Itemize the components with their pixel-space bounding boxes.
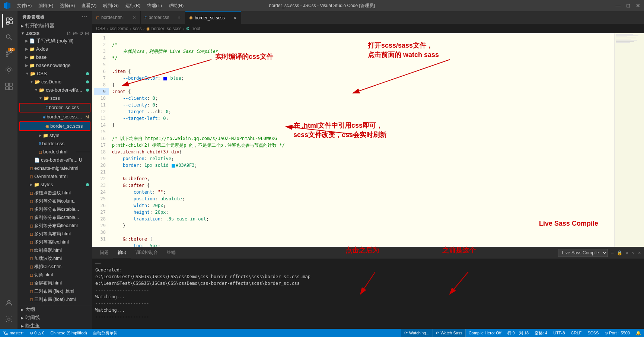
tree-item[interactable]: ▶ 📁 base xyxy=(18,53,92,61)
panel-close-icon[interactable]: × xyxy=(638,250,641,256)
panel-tab-terminal[interactable]: 终端 xyxy=(162,247,180,258)
status-errors[interactable]: ⊘ 0 △ 0 xyxy=(27,329,47,337)
fossil-section[interactable]: ▶ 隐生鱼 xyxy=(18,322,92,329)
sidebar-more-icon[interactable]: ··· xyxy=(82,13,87,20)
panel-tab-debug[interactable]: 调试控制台 xyxy=(131,247,162,258)
window-minimize[interactable]: — xyxy=(616,3,621,9)
tree-item[interactable]: ◻ 绘制梯形.html xyxy=(18,246,92,254)
activity-accounts[interactable] xyxy=(2,296,16,309)
tree-item[interactable]: ◻ 三列布局 (flex) .html xyxy=(18,287,92,295)
svg-point-6 xyxy=(6,51,8,53)
tree-item[interactable]: ◻ 多列等分布局cstable... xyxy=(18,205,92,213)
activity-extensions[interactable] xyxy=(2,80,16,93)
tree-item[interactable]: ◻ 多列等分布局cstable... xyxy=(18,213,92,222)
outline-section[interactable]: ▶ 大纲 xyxy=(18,305,92,314)
panel-tab-output[interactable]: 输出 xyxy=(113,247,131,258)
window-maximize[interactable]: □ xyxy=(627,3,630,9)
tab-border-css[interactable]: # border.css × xyxy=(141,11,185,24)
menu-bar: 文件(F) 编辑(E) 选择(S) 查看(V) 转到(G) 运行(R) 终端(T… xyxy=(15,2,186,10)
refresh-icon[interactable]: ↺ xyxy=(79,31,83,36)
activity-bar: 10 xyxy=(0,11,18,329)
tree-item[interactable]: ◻ OAmimate.html xyxy=(18,172,92,181)
menu-file[interactable]: 文件(F) xyxy=(15,2,34,10)
tab-close-scss[interactable]: × xyxy=(233,15,237,21)
panel-down-icon[interactable]: ∨ xyxy=(632,250,635,255)
status-language-mode[interactable]: SCSS xyxy=(584,329,602,337)
tree-item[interactable]: # border_sc.css.... M xyxy=(18,113,92,121)
live-sass-compile-area: Live Sass Compile xyxy=(558,249,608,257)
tree-item[interactable]: ▼ 📂 cssDemo xyxy=(18,78,92,86)
menu-select[interactable]: 选择(S) xyxy=(58,2,77,10)
window-close[interactable]: ✕ xyxy=(636,3,640,9)
status-spaces[interactable]: 空格: 4 xyxy=(532,329,550,337)
status-bell[interactable]: 🔔 xyxy=(633,329,644,337)
tree-item[interactable]: ▶ 📁 styles xyxy=(18,181,92,189)
tree-item[interactable]: ▶ 📁 Axios xyxy=(18,45,92,53)
status-language-select[interactable]: Chinese (Simplified) xyxy=(47,331,90,335)
svg-point-9 xyxy=(7,69,10,71)
tree-item[interactable]: ◻ 按钮点击波纹.html xyxy=(18,189,92,197)
tree-item[interactable]: ▶ 📁 style xyxy=(18,131,92,140)
svg-rect-10 xyxy=(6,83,9,86)
tree-item[interactable]: ▶ 📄 手写代码 (polyfill) xyxy=(18,37,92,45)
new-folder-icon[interactable]: 🗁 xyxy=(73,31,78,36)
activity-source-control[interactable]: 10 xyxy=(2,47,16,60)
collapse-icon[interactable]: ⊟ xyxy=(85,31,89,36)
activity-settings[interactable] xyxy=(2,312,16,326)
status-encoding[interactable]: UTF-8 xyxy=(550,329,568,337)
panel-up-icon[interactable]: ∧ xyxy=(625,250,629,255)
tree-item-border-sc-scss[interactable]: ◉ border_sc.scss xyxy=(19,121,90,131)
status-watch-sass[interactable]: ⟳ Watch Sass xyxy=(433,329,466,337)
tab-border-html[interactable]: ◻ border.html × xyxy=(92,11,141,24)
tree-item[interactable]: ◻ 切角.html xyxy=(18,271,92,279)
svg-point-8 xyxy=(6,55,8,57)
live-sass-compile-dropdown[interactable]: Live Sass Compile xyxy=(558,249,608,257)
menu-goto[interactable]: 转到(G) xyxy=(101,2,121,10)
status-compile-hero[interactable]: Compile Hero: Off xyxy=(466,329,504,337)
menu-help[interactable]: 帮助(H) xyxy=(166,2,186,10)
panel-lock-icon[interactable]: 🔒 xyxy=(617,250,622,255)
status-branch[interactable]: master* xyxy=(0,329,27,337)
menu-view[interactable]: 查看(V) xyxy=(79,2,99,10)
tree-item[interactable]: ▶ 📁 baseKnowledge xyxy=(18,61,92,70)
tree-item[interactable]: # border.css xyxy=(18,140,92,148)
status-auto-analyze[interactable]: 自动分析单词 xyxy=(90,330,121,336)
timeline-section[interactable]: ▶ 时间线 xyxy=(18,314,92,322)
activity-search[interactable] xyxy=(2,31,16,44)
tab-close-css[interactable]: × xyxy=(177,15,181,20)
new-file-icon[interactable]: 🗋 xyxy=(67,31,71,36)
activity-debug[interactable] xyxy=(2,63,16,77)
status-port[interactable]: ⊕ Port：5500 xyxy=(602,329,633,337)
tree-item-css[interactable]: ▼ 📂 CSS xyxy=(18,70,92,78)
svg-point-4 xyxy=(6,35,10,38)
menu-terminal[interactable]: 终端(T) xyxy=(145,2,164,10)
status-watching[interactable]: ⟳ Watching... xyxy=(401,329,433,337)
status-position[interactable]: 行 9，列 18 xyxy=(504,329,532,337)
tree-item-scss[interactable]: ▼ 📂 scss xyxy=(18,94,92,102)
svg-line-5 xyxy=(10,38,12,40)
tree-item[interactable]: ◻ echarts-migrate.html xyxy=(18,164,92,172)
tree-item-border-sc-css[interactable]: # border_sc.css xyxy=(19,103,90,112)
tree-item[interactable]: ◻ 多列等分布局flex.html xyxy=(18,222,92,230)
tree-item[interactable]: ◻ 模拟Click.html xyxy=(18,263,92,271)
tree-item[interactable]: ◻ 加载波纹.html xyxy=(18,254,92,263)
tree-item[interactable]: ◻ 多列等高布局.html xyxy=(18,230,92,238)
tree-item[interactable]: 📄 css-border-effe... U xyxy=(18,156,92,164)
tree-item[interactable]: ◻ border.html ———— xyxy=(18,148,92,156)
activity-explorer[interactable] xyxy=(2,14,16,28)
open-editors-section[interactable]: ▶ 打开的编辑器 xyxy=(18,22,92,30)
tree-item[interactable]: ◻ 三列布局 (float) .html xyxy=(18,295,92,303)
svg-rect-13 xyxy=(9,87,12,90)
menu-edit[interactable]: 编辑(E) xyxy=(36,2,55,10)
status-line-ending[interactable]: CRLF xyxy=(568,329,585,337)
panel-tab-problems[interactable]: 问题 xyxy=(95,247,113,258)
tree-item[interactable]: ◻ 全屏布局.html xyxy=(18,279,92,287)
tab-border-scss[interactable]: ◉ border_sc.scss × xyxy=(185,11,241,24)
tab-close-html[interactable]: × xyxy=(132,15,137,20)
jscss-root[interactable]: ▼ JSCSS 🗋 🗁 ↺ ⊟ xyxy=(18,30,92,37)
tree-item[interactable]: ▼ 📂 css-border-effe... xyxy=(18,86,92,94)
tree-item[interactable]: ◻ 多列等分布局colum... xyxy=(18,197,92,205)
panel-list-icon[interactable]: ≡ xyxy=(611,250,614,256)
tree-item[interactable]: ◻ 多列等高flex.html xyxy=(18,238,92,246)
menu-run[interactable]: 运行(R) xyxy=(123,2,143,10)
